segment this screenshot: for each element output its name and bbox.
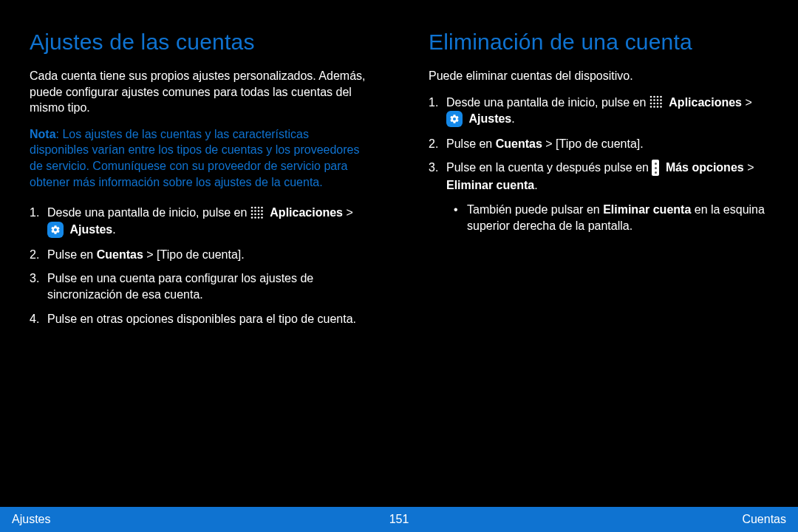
svg-point-7 [261, 210, 263, 212]
left-step-1: 1. Desde una pantalla de inicio, pulse e… [30, 205, 369, 239]
step-number: 3. [429, 160, 446, 194]
bold-text: Eliminar cuenta [603, 203, 691, 216]
left-step-4: 4. Pulse en otras opciones disponibles p… [30, 311, 369, 327]
svg-point-14 [258, 216, 260, 219]
right-column: Eliminación de una cuenta Puede eliminar… [399, 0, 798, 502]
step-number: 4. [30, 311, 47, 327]
step-text: > [747, 162, 754, 174]
step-body: Pulse en Cuentas > [Tipo de cuenta]. [47, 247, 369, 263]
settings-label: Ajustes [468, 112, 511, 125]
step-text: . [534, 179, 537, 191]
bold-text: Cuentas [97, 248, 143, 261]
svg-point-0 [251, 207, 253, 209]
step-text: > [Tipo de cuenta]. [542, 137, 644, 150]
step-number: 1. [429, 95, 446, 129]
svg-point-2 [258, 207, 260, 209]
left-step-3: 3. Pulse en una cuenta para configurar l… [30, 270, 369, 304]
step-text: Pulse en la cuenta y después pulse en [446, 162, 652, 174]
footer-left: Ajustes [12, 513, 50, 526]
more-label: Más opciones [666, 162, 744, 174]
bullet-dot: • [454, 202, 467, 235]
step-number: 2. [429, 136, 446, 152]
left-steps: 1. Desde una pantalla de inicio, pulse e… [30, 205, 369, 327]
bullet-text: También puede pulsar en [467, 203, 603, 216]
right-intro: Puede eliminar cuentas del dispositivo. [429, 68, 768, 84]
svg-point-18 [657, 96, 659, 98]
svg-point-31 [660, 106, 662, 109]
svg-point-16 [650, 96, 652, 98]
svg-point-15 [261, 216, 263, 219]
svg-point-24 [650, 103, 652, 105]
apps-icon [649, 95, 663, 109]
step-body: Desde una pantalla de inicio, pulse en A… [446, 95, 768, 129]
step-body: Pulse en otras opciones disponibles para… [47, 311, 369, 327]
left-heading: Ajustes de las cuentas [30, 30, 369, 55]
settings-label: Ajustes [69, 223, 112, 236]
svg-point-26 [657, 103, 659, 105]
svg-point-21 [653, 100, 655, 102]
more-icon [652, 160, 659, 176]
bold-text: Cuentas [496, 137, 542, 150]
svg-point-28 [650, 106, 652, 109]
step-body: Pulse en Cuentas > [Tipo de cuenta]. [446, 136, 768, 152]
step-text: > [745, 96, 751, 109]
step-number: 1. [30, 205, 47, 239]
step-text: Pulse en [47, 248, 97, 261]
step-text: . [511, 112, 514, 125]
page-body: Ajustes de las cuentas Cada cuenta tiene… [0, 0, 798, 502]
svg-point-22 [657, 100, 659, 102]
svg-point-8 [251, 214, 253, 216]
step-text: Desde una pantalla de inicio, pulse en [446, 96, 649, 109]
svg-point-1 [254, 207, 256, 209]
svg-point-4 [251, 210, 253, 212]
note-block: Nota: Los ajustes de las cuentas y las c… [30, 126, 369, 190]
step-text: . [112, 223, 115, 236]
svg-point-12 [251, 216, 253, 219]
bold-text: Eliminar cuenta [446, 179, 534, 191]
note-label: Nota [30, 128, 56, 140]
right-step-1: 1. Desde una pantalla de inicio, pulse e… [429, 95, 768, 129]
svg-point-17 [653, 96, 655, 98]
svg-point-30 [657, 106, 659, 109]
svg-point-11 [261, 214, 263, 216]
svg-point-19 [660, 96, 662, 98]
gear-icon [446, 111, 463, 127]
svg-point-3 [261, 207, 263, 209]
step-body: Pulse en una cuenta para configurar los … [47, 270, 369, 304]
right-step-3: 3. Pulse en la cuenta y después pulse en… [429, 160, 768, 194]
step-text: Pulse en [446, 137, 496, 150]
svg-point-5 [254, 210, 256, 212]
step-text: Desde una pantalla de inicio, pulse en [47, 206, 250, 219]
left-intro: Cada cuenta tiene sus propios ajustes pe… [30, 68, 369, 116]
step-text: > [346, 206, 352, 219]
svg-point-29 [653, 106, 655, 109]
footer-right: Cuentas [742, 513, 786, 526]
gear-icon [47, 222, 64, 238]
footer-bar: Ajustes 151 Cuentas [0, 507, 798, 532]
right-bullet: • También puede pulsar en Eliminar cuent… [454, 202, 768, 235]
svg-point-9 [254, 214, 256, 216]
svg-point-23 [660, 100, 662, 102]
apps-icon [250, 206, 264, 219]
apps-label: Aplicaciones [669, 96, 742, 109]
step-body: Pulse en la cuenta y después pulse en Má… [446, 160, 768, 194]
right-heading: Eliminación de una cuenta [429, 30, 768, 55]
svg-point-10 [258, 214, 260, 216]
step-number: 2. [30, 247, 47, 263]
left-step-2: 2. Pulse en Cuentas > [Tipo de cuenta]. [30, 247, 369, 263]
step-text: > [Tipo de cuenta]. [143, 248, 245, 261]
left-column: Ajustes de las cuentas Cada cuenta tiene… [0, 0, 399, 502]
svg-point-20 [650, 100, 652, 102]
note-body: : Los ajustes de las cuentas y las carac… [30, 128, 359, 188]
svg-point-13 [254, 216, 256, 219]
right-steps: 1. Desde una pantalla de inicio, pulse e… [429, 95, 768, 235]
svg-point-27 [660, 103, 662, 105]
footer-page-number: 151 [389, 513, 409, 526]
apps-label: Aplicaciones [270, 206, 343, 219]
step-number: 3. [30, 270, 47, 304]
right-step-2: 2. Pulse en Cuentas > [Tipo de cuenta]. [429, 136, 768, 152]
step-body: Desde una pantalla de inicio, pulse en A… [47, 205, 369, 239]
svg-point-25 [653, 103, 655, 105]
svg-point-6 [258, 210, 260, 212]
bullet-body: También puede pulsar en Eliminar cuenta … [467, 202, 768, 235]
